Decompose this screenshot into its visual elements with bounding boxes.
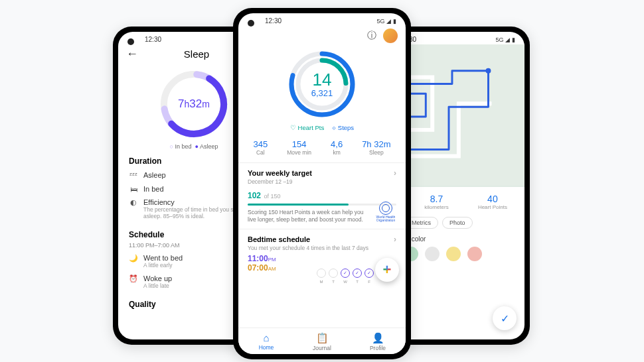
- stat-grid: 345Cal 154Move min 4,6km 7h 32mSleep: [238, 135, 406, 162]
- chevron-icon: ›: [394, 168, 396, 178]
- status-icons: 5G ◢ ▮: [376, 18, 396, 25]
- add-button[interactable]: +: [375, 258, 399, 282]
- heart-points: 14: [313, 71, 332, 88]
- alarm-icon: ⏰: [129, 274, 138, 283]
- weekly-target-card[interactable]: Your weekly target› December 12 –19 102 …: [238, 162, 406, 229]
- who-icon: [379, 202, 392, 215]
- days-row: M T ✓W ✓T ✓F: [317, 269, 374, 278]
- confirm-button[interactable]: ✓: [493, 306, 517, 330]
- color-swatch[interactable]: [467, 247, 482, 261]
- sleep-legend: In bed Asleep: [170, 143, 218, 150]
- status-icons: 5G ◢ ▮: [495, 36, 515, 43]
- nav-home[interactable]: ⌂Home: [238, 328, 294, 354]
- nav-profile[interactable]: 👤Profile: [350, 328, 406, 354]
- profile-icon: 👤: [350, 332, 406, 344]
- steps: 6,321: [311, 88, 333, 98]
- chevron-icon: ›: [394, 235, 396, 244]
- bedtime-card[interactable]: Bedtime schedule› You met your schedule …: [238, 229, 406, 286]
- moon-icon: 🌙: [129, 254, 138, 263]
- color-swatch[interactable]: [446, 247, 461, 261]
- sleep-ring: 7h32m: [157, 68, 230, 141]
- color-swatch[interactable]: [425, 247, 440, 261]
- asleep-icon: ᶻᶻᶻ: [129, 171, 138, 180]
- nav-journal[interactable]: 📋Journal: [294, 328, 350, 354]
- bottom-nav: ⌂Home 📋Journal 👤Profile: [238, 328, 406, 354]
- info-icon[interactable]: ⓘ: [367, 30, 376, 42]
- status-bar: 12:30 5G ◢ ▮: [238, 13, 406, 26]
- status-time: 12:30: [145, 36, 161, 43]
- journal-icon: 📋: [294, 332, 350, 344]
- who-badge: World Health Organization: [374, 202, 398, 222]
- activity-dial[interactable]: 14 6,321: [286, 48, 358, 120]
- home-icon: ⌂: [238, 332, 294, 343]
- svg-point-4: [486, 68, 491, 74]
- efficiency-icon: ◐: [129, 198, 138, 207]
- phone-home: 12:30 5G ◢ ▮ ⓘ 14: [233, 8, 411, 359]
- avatar[interactable]: [383, 29, 398, 43]
- bed-icon: 🛏: [129, 185, 138, 193]
- sleep-duration: 7h32m: [178, 97, 210, 111]
- chip-photo[interactable]: Photo: [442, 217, 473, 229]
- status-time: 12:30: [265, 17, 282, 25]
- dial-legend: ♡ Heart Pts ⟐ Steps: [290, 124, 354, 131]
- back-icon[interactable]: ←: [126, 47, 138, 61]
